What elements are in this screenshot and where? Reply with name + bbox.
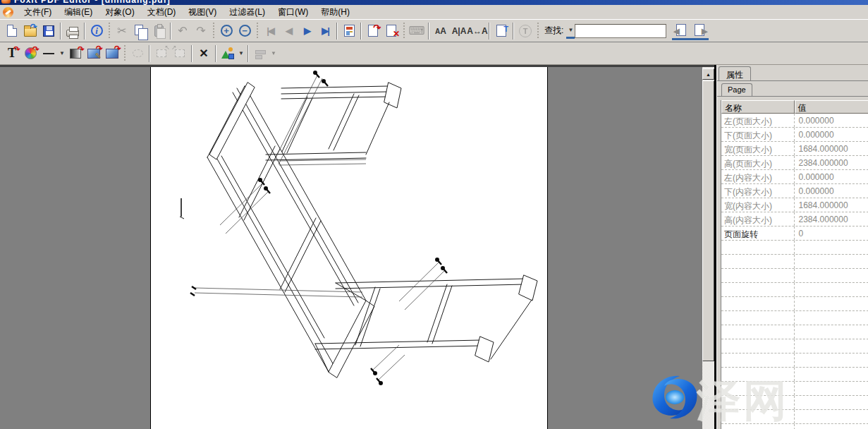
property-value[interactable]: 0.000000 [795, 114, 868, 127]
empty-row[interactable] [721, 241, 868, 255]
color-wheel-button[interactable]: ↷ [21, 44, 39, 63]
save-button[interactable] [39, 22, 58, 40]
property-value[interactable] [795, 241, 868, 254]
delete-page-button[interactable]: ✕ [382, 22, 401, 40]
property-row[interactable]: 下(内容大小) 0.000000 [721, 184, 868, 198]
property-row[interactable]: 页面旋转 0 [721, 226, 868, 241]
last-page-button[interactable]: ▶| [316, 22, 334, 40]
property-value[interactable] [795, 339, 868, 353]
property-row[interactable]: 宽(内容大小) 1684.000000 [721, 198, 868, 212]
copy-button[interactable] [131, 22, 149, 40]
property-value[interactable] [795, 325, 868, 339]
empty-row[interactable] [721, 354, 868, 368]
previous-page-button[interactable]: ◀ [279, 22, 298, 40]
text-tool-button[interactable]: T↷ [3, 44, 21, 63]
menu-view[interactable]: 视图(V) [182, 5, 223, 20]
column-header-name[interactable]: 名称 [721, 100, 795, 114]
first-page-button[interactable]: |◀ [261, 22, 279, 40]
replace-image-button[interactable]: ↷ [103, 44, 121, 63]
shapes-button[interactable] [219, 44, 237, 63]
paste-button[interactable] [149, 22, 168, 40]
undo-button[interactable]: ↶ [173, 22, 192, 40]
text-circle-button[interactable]: T [516, 22, 534, 40]
find-next-button[interactable]: ▶ [690, 22, 709, 40]
property-row[interactable]: 下(页面大小) 0.000000 [721, 128, 868, 142]
property-row[interactable]: 高(内容大小) 2384.000000 [721, 212, 868, 226]
property-row[interactable]: 宽(页面大小) 1684.000000 [721, 142, 868, 156]
open-button[interactable]: ↷ [21, 22, 39, 40]
edit-image-button[interactable]: ↷ [85, 44, 103, 63]
property-value[interactable]: 0.000000 [795, 170, 868, 183]
property-value[interactable] [795, 424, 868, 429]
property-value[interactable] [795, 396, 868, 409]
property-row[interactable]: 左(内容大小) 0.000000 [721, 170, 868, 184]
delete-object-button[interactable]: ✕ [195, 44, 213, 63]
empty-row[interactable] [721, 325, 868, 339]
property-value[interactable]: 1684.000000 [795, 142, 868, 155]
find-dropdown-button[interactable]: ▼ [566, 23, 575, 39]
menu-object[interactable]: 对象(O) [99, 5, 140, 20]
word-spacing-button[interactable]: A↔A [468, 22, 487, 40]
property-value[interactable] [795, 382, 868, 395]
empty-row[interactable] [721, 339, 868, 354]
line-tool-button[interactable] [39, 44, 58, 63]
page-layout-button[interactable] [340, 22, 358, 40]
property-value[interactable]: 1684.000000 [795, 198, 868, 212]
zoom-out-button[interactable]: − [236, 22, 254, 40]
info-button[interactable]: i [87, 22, 106, 40]
empty-row[interactable] [721, 297, 868, 311]
transform-right-button[interactable] [171, 44, 189, 63]
empty-row[interactable] [721, 269, 868, 283]
shapes-dropdown[interactable]: ▼ [237, 46, 245, 61]
property-value[interactable] [795, 410, 868, 423]
property-value[interactable]: 0.000000 [795, 184, 868, 198]
property-value[interactable]: 2384.000000 [795, 212, 868, 226]
redo-button[interactable]: ↷ [192, 22, 210, 40]
add-text-button[interactable]: T [492, 22, 511, 40]
property-value[interactable]: 0 [795, 226, 868, 240]
property-value[interactable] [795, 368, 868, 381]
scrollbar-thumb[interactable] [702, 80, 714, 361]
zoom-in-button[interactable]: + [217, 22, 236, 40]
property-value[interactable] [795, 297, 868, 310]
char-spacing-button[interactable]: A|A [450, 22, 468, 40]
rotate-page-button[interactable]: ↷ [364, 22, 382, 40]
property-value[interactable] [795, 255, 868, 268]
column-header-value[interactable]: 值 [795, 100, 868, 114]
cut-button[interactable]: ✂ [113, 22, 131, 40]
lasso-button[interactable] [128, 44, 147, 63]
next-page-button[interactable]: ▶ [298, 22, 316, 40]
property-value[interactable] [795, 354, 868, 367]
shading-tool-button[interactable]: ↷ [66, 44, 85, 63]
property-value[interactable] [795, 283, 868, 296]
keyboard-button[interactable]: ⌨ [408, 22, 426, 40]
property-row[interactable]: 左(页面大小) 0.000000 [721, 114, 868, 128]
menu-window[interactable]: 窗口(W) [271, 5, 314, 20]
menu-filter[interactable]: 过滤器(L) [223, 5, 271, 20]
empty-row[interactable] [721, 283, 868, 297]
tab-page[interactable]: Page [721, 83, 752, 96]
property-value[interactable]: 2384.000000 [795, 156, 868, 169]
property-value[interactable]: 0.000000 [795, 128, 868, 141]
find-previous-button[interactable]: ◀ [672, 22, 690, 40]
document-menu-icon[interactable] [3, 7, 13, 18]
align-dropdown[interactable]: ▼ [269, 46, 278, 61]
property-value[interactable] [795, 311, 868, 325]
menu-edit[interactable]: 编辑(E) [58, 5, 99, 20]
property-value[interactable] [795, 269, 868, 282]
tab-properties[interactable]: 属性 [719, 66, 751, 80]
empty-row[interactable] [721, 255, 868, 269]
menu-help[interactable]: 帮助(H) [314, 5, 356, 20]
line-tool-dropdown[interactable]: ▼ [58, 46, 66, 61]
align-button[interactable] [251, 44, 269, 63]
empty-row[interactable] [721, 311, 868, 325]
font-button[interactable]: AA [432, 22, 450, 40]
print-button[interactable] [63, 22, 82, 40]
find-input[interactable] [575, 24, 666, 38]
scroll-up-button[interactable]: ▲ [702, 68, 714, 80]
transform-left-button[interactable] [152, 44, 171, 63]
property-row[interactable]: 高(页面大小) 2384.000000 [721, 156, 868, 170]
menu-file[interactable]: 文件(F) [18, 5, 58, 20]
menu-document[interactable]: 文档(D) [141, 5, 183, 20]
new-document-button[interactable] [3, 22, 21, 40]
